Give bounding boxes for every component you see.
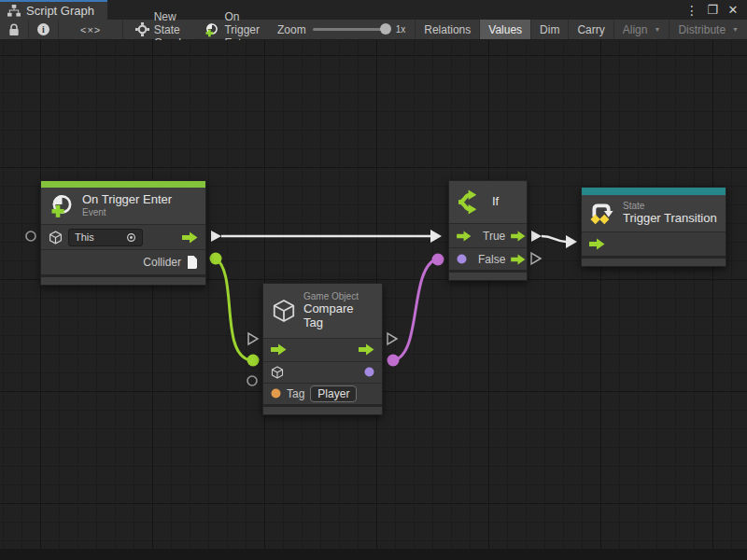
false-row: False <box>449 247 527 270</box>
cube-icon <box>49 231 63 245</box>
gameobject-row <box>263 361 382 383</box>
collider-doc-icon <box>187 256 198 269</box>
collider-row: Collider <box>41 249 205 274</box>
branch-icon <box>458 189 485 215</box>
flow-out-port[interactable] <box>359 343 374 356</box>
node-footer <box>41 274 205 285</box>
condition-port[interactable] <box>457 254 467 264</box>
node-footer <box>449 270 527 280</box>
flow-row <box>263 338 382 361</box>
node-on-trigger-enter[interactable]: On Trigger Enter Event This Collide <box>40 180 206 286</box>
script-graph-window: Script Graph ⋮ ❐ ✕ i <×> <box>0 0 747 560</box>
collider-label: Collider <box>143 256 181 269</box>
wire-flow-if-to-transition[interactable] <box>531 231 577 248</box>
port-tag-input[interactable] <box>247 376 257 385</box>
node-header: Game Object Compare Tag <box>263 284 382 338</box>
node-header: On Trigger Enter Event <box>41 188 205 224</box>
flow-in-port[interactable] <box>457 231 472 242</box>
node-subtitle: Event <box>82 207 172 218</box>
trigger-transition-icon <box>590 202 615 225</box>
bool-result-port[interactable] <box>364 367 374 377</box>
false-out-port[interactable] <box>511 254 526 265</box>
tag-label: Tag <box>287 387 304 400</box>
false-label: False <box>478 253 505 266</box>
node-trigger-transition[interactable]: State Trigger Transition <box>581 187 726 267</box>
node-title: On Trigger Enter <box>82 193 172 207</box>
true-row: True <box>449 223 527 247</box>
node-header: State Trigger Transition <box>582 195 726 231</box>
node-footer <box>582 256 726 266</box>
node-header: If <box>449 181 527 223</box>
port-flow-in-comparetag[interactable] <box>248 333 258 344</box>
port-false-out[interactable] <box>531 253 541 264</box>
object-picker-icon[interactable] <box>126 232 136 243</box>
node-title: Trigger Transition <box>623 212 717 226</box>
node-title: Compare Tag <box>303 302 374 330</box>
node-footer <box>263 404 382 414</box>
tag-string-port[interactable] <box>271 388 281 399</box>
cube-icon <box>271 366 284 379</box>
flow-in-port[interactable] <box>271 343 287 356</box>
tag-value-field[interactable]: Player <box>310 385 357 402</box>
node-if[interactable]: If True False <box>448 180 528 281</box>
flow-in-port[interactable] <box>589 238 605 250</box>
node-compare-tag[interactable]: Game Object Compare Tag <box>262 283 383 415</box>
wire-bool-comparetag-to-if[interactable] <box>388 254 444 367</box>
port-target-input[interactable] <box>26 231 35 241</box>
flow-row <box>582 231 726 256</box>
event-colorbar <box>41 181 205 188</box>
flow-out-port[interactable] <box>182 231 198 244</box>
this-object-field[interactable]: This <box>68 229 143 246</box>
tag-row: Tag Player <box>263 383 382 404</box>
on-trigger-enter-icon <box>49 193 75 218</box>
node-title: If <box>492 195 499 209</box>
true-out-port[interactable] <box>511 231 526 242</box>
wire-value-collider-to-comparetag[interactable] <box>210 253 260 367</box>
state-colorbar <box>582 188 726 195</box>
target-row: This <box>41 224 205 249</box>
true-label: True <box>483 230 505 243</box>
game-object-icon <box>272 299 296 323</box>
this-value: This <box>75 231 121 243</box>
wire-flow-ote-to-if[interactable] <box>211 230 442 243</box>
port-flow-out-comparetag[interactable] <box>388 333 397 344</box>
